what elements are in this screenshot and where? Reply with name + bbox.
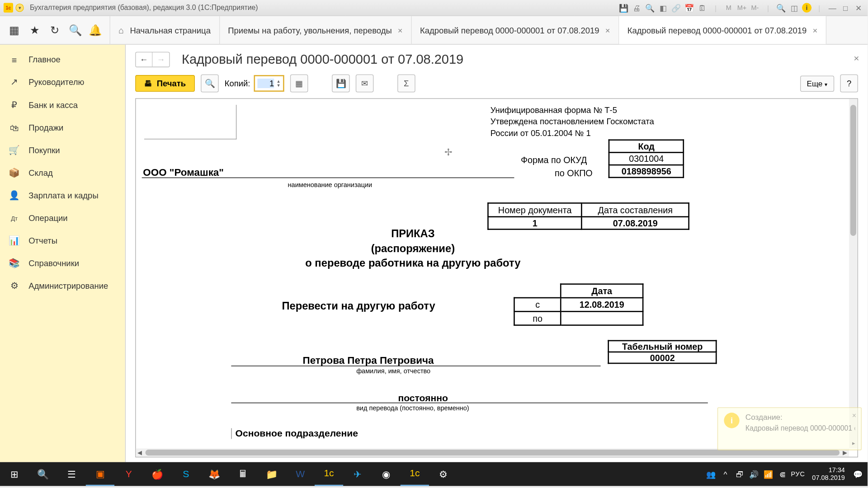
sidebar-item-catalogs[interactable]: 📚Справочники [0, 252, 125, 275]
sidebar-item-main[interactable]: ≡Главное [0, 48, 125, 71]
bookmark-m-icon[interactable]: M [723, 2, 734, 13]
notification-toast[interactable]: i × Создание: Кадровый перевод 0000-0000… [717, 408, 862, 450]
from-value: 12.08.2019 [561, 298, 643, 311]
nav-forward[interactable]: → [152, 52, 169, 67]
tab-transfer-doc-2[interactable]: Кадровый перевод 0000-000001 от 07.08.20… [619, 16, 826, 44]
search-icon[interactable]: 🔍 [66, 20, 85, 39]
taskbar-app-firefox[interactable]: 🦊 [200, 462, 229, 486]
close-icon[interactable]: × [605, 25, 610, 35]
apps-icon[interactable]: ▦ [5, 20, 24, 39]
sidebar-item-sales[interactable]: 🛍Продажи [0, 116, 125, 139]
taskview-button[interactable]: ☰ [57, 462, 86, 486]
bookmark-mplus-icon[interactable]: M+ [736, 2, 747, 13]
close-icon[interactable]: × [852, 412, 856, 420]
battery-icon[interactable]: 🗗 [734, 469, 745, 479]
link-icon[interactable]: 🔗 [671, 2, 682, 13]
spin-down-icon[interactable]: ▼ [276, 84, 280, 88]
search-button[interactable]: 🔍 [28, 462, 57, 486]
taskbar-app-calc[interactable]: 🖩 [229, 462, 257, 486]
copies-spinner[interactable]: ▲▼ [254, 75, 284, 92]
taskbar-app-1c-b[interactable]: 1c [401, 462, 429, 486]
start-button[interactable]: ⊞ [0, 462, 28, 486]
sidebar-item-label: Отчеты [28, 236, 57, 245]
sum-button[interactable]: Σ [397, 75, 415, 93]
sidebar-item-label: Покупки [28, 145, 60, 155]
panels-icon[interactable]: ◫ [789, 2, 800, 13]
taskbar-app-1c-a[interactable]: 1c [315, 462, 343, 486]
app-menu-dropdown[interactable]: ▾ [15, 4, 24, 12]
help-button[interactable]: ? [840, 75, 858, 93]
action-center-icon[interactable]: 💬 [852, 469, 864, 479]
calendar2-icon[interactable]: 🗓 [697, 2, 708, 13]
taskbar-app-apple[interactable]: 🍎 [143, 462, 171, 486]
settings-button[interactable]: ▦ [290, 75, 308, 93]
taskbar-app-telegram[interactable]: ✈ [343, 462, 372, 486]
send-button[interactable]: ✉ [356, 75, 374, 93]
vertical-scrollbar[interactable] [849, 99, 857, 449]
notifications-icon[interactable]: 🔔 [86, 20, 105, 39]
spin-up-icon[interactable]: ▲ [276, 79, 280, 83]
notif-body: Кадровый перевод 0000-000001 от 07.08.2 [745, 424, 855, 432]
sidebar-item-reports[interactable]: 📊Отчеты [0, 229, 125, 252]
close-icon[interactable]: × [398, 25, 403, 35]
close-page-icon[interactable]: × [854, 53, 859, 64]
clock[interactable]: 17:34 07.08.2019 [812, 466, 845, 482]
sidebar-item-admin[interactable]: ⚙Администрирование [0, 275, 125, 297]
taskbar-app-word[interactable]: W [286, 462, 315, 486]
sidebar-item-label: Склад [28, 168, 52, 178]
save-button[interactable]: 💾 [332, 75, 350, 93]
taskbar-app-ppt[interactable]: ▣ [86, 462, 114, 486]
taskbar-app-chrome[interactable]: ◉ [372, 462, 400, 486]
taskbar-app-explorer[interactable]: 📁 [257, 462, 286, 486]
sidebar-item-bank[interactable]: ₽Банк и касса [0, 94, 125, 116]
home-icon: ⌂ [118, 25, 124, 35]
network-icon[interactable]: 📶 [762, 469, 774, 479]
okpo-label: по ОКПО [555, 168, 593, 178]
department-name: Основное подразделение [231, 428, 358, 439]
more-button[interactable]: Еще ▾ [800, 75, 834, 92]
preview-icon[interactable]: 🔍 [645, 2, 656, 13]
minimize-icon[interactable]: — [827, 2, 838, 13]
print-button[interactable]: 🖶 Печать [135, 75, 195, 92]
copies-input[interactable] [257, 79, 274, 88]
preview-button[interactable]: 🔍 [201, 75, 219, 93]
org-underline [142, 178, 514, 178]
save-icon[interactable]: 💾 [618, 2, 629, 13]
bookmark-mminus-icon[interactable]: M- [750, 2, 760, 13]
print-icon[interactable]: 🖨 [632, 2, 642, 13]
calendar-icon[interactable]: 📅 [684, 2, 695, 13]
tab-hr-movements[interactable]: Приемы на работу, увольнения, переводы × [220, 16, 412, 44]
taskbar-app-settings[interactable]: ⚙ [429, 462, 458, 486]
docdate-value: 07.08.2019 [582, 217, 689, 230]
sidebar-item-label: Главное [28, 55, 61, 64]
organization-name: ООО "Ромашка" [143, 167, 224, 178]
tab-transfer-doc-1[interactable]: Кадровый перевод 0000-000001 от 07.08.20… [411, 16, 619, 44]
history-icon[interactable]: ↻ [45, 20, 64, 39]
transfer-instruction: Перевести на другую работу [282, 300, 435, 313]
volume-icon[interactable]: 🔊 [748, 469, 760, 479]
sidebar-item-warehouse[interactable]: 📦Склад [0, 161, 125, 184]
language-indicator[interactable]: РУС [791, 470, 805, 478]
nav-back[interactable]: ← [136, 52, 153, 67]
favorite-icon[interactable]: ★ [25, 20, 44, 39]
sidebar-item-operations[interactable]: ДтОперации [0, 206, 125, 229]
taskbar-app-yandex[interactable]: Y [114, 462, 143, 486]
sidebar-item-manager[interactable]: ↗Руководителю [0, 71, 125, 94]
tab-home[interactable]: ⌂ Начальная страница [110, 16, 220, 44]
document-body[interactable]: Унифицированная форма № Т-5 Утверждена п… [136, 99, 849, 449]
sidebar-item-purchases[interactable]: 🛒Покупки [0, 139, 125, 161]
compare-icon[interactable]: ◧ [658, 2, 669, 13]
okud-label: Форма по ОКУД [521, 155, 587, 165]
tray-chevron-icon[interactable]: ^ [719, 469, 731, 479]
info-icon[interactable]: i [802, 3, 811, 13]
close-icon[interactable]: ✕ [853, 2, 864, 13]
maximize-icon[interactable]: □ [840, 2, 851, 13]
people-icon[interactable]: 👥 [705, 469, 717, 479]
close-icon[interactable]: × [812, 25, 817, 35]
sidebar-item-hr[interactable]: 👤Зарплата и кадры [0, 184, 125, 206]
tab-label: Приемы на работу, увольнения, переводы [228, 25, 392, 35]
emp-caption: фамилия, имя, отчество [356, 367, 430, 375]
wifi-icon[interactable]: ⋐ [777, 469, 788, 479]
zoom-icon[interactable]: 🔍 [776, 2, 787, 13]
taskbar-app-skype[interactable]: S [172, 462, 200, 486]
